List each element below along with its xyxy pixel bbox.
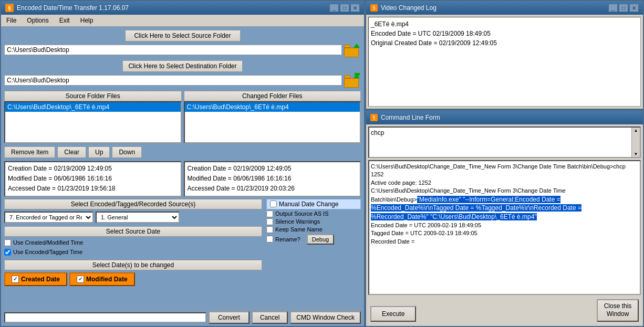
changed-file-list[interactable]: C:\Users\Bud\Desktop\_6ETé è.mp4 xyxy=(184,101,361,143)
select-source-date-label[interactable]: Select Source Date xyxy=(4,226,262,237)
silence-warnings-label: Silence Warnings xyxy=(275,218,320,225)
menu-options[interactable]: Options xyxy=(24,16,51,25)
bottom-bar: Convert Cancel CMD Window Check xyxy=(1,309,364,326)
minimize-button[interactable]: _ xyxy=(329,4,339,12)
source-file-item[interactable]: C:\Users\Bud\Desktop\_6ETé è.mp4 xyxy=(5,102,181,112)
maximize-button[interactable]: □ xyxy=(340,4,349,12)
select-source-folder-button[interactable]: Click Here to Select Source Folder xyxy=(125,30,241,41)
source-folder-row: C:\Users\Bud\Desktop xyxy=(4,43,361,57)
remove-item-button[interactable]: Remove Item xyxy=(4,146,55,158)
source-files-label[interactable]: Source Folder Files xyxy=(4,91,182,101)
select-encoded-source-button[interactable]: Select Encoded/Tagged/Recorded Source(s) xyxy=(4,199,262,209)
cmd-window: § Command Line Form chcp ▲ ▼ C:\Users\Bu… xyxy=(365,110,644,327)
select-dest-folder-button[interactable]: Click Here to Select Destination Folder xyxy=(122,60,242,72)
source-folder-icon[interactable] xyxy=(344,43,361,57)
manual-date-label: Manual Date Change xyxy=(279,201,338,208)
cmd-title-bar: § Command Line Form xyxy=(366,111,643,124)
modified-date-button[interactable]: Modified Date xyxy=(69,272,135,286)
changed-files-label[interactable]: Changed Folder Files xyxy=(184,91,361,101)
source-info-line2: Modified Date = 06/06/1986 16:16:16 xyxy=(8,174,178,184)
modified-date-label: Modified Date xyxy=(86,276,128,283)
right-side: § Video Changed Log _ □ ✕ _6ETé è.mp4 En… xyxy=(365,0,644,327)
source-info-line3: Accessed Date = 01/23/2019 19:56:18 xyxy=(8,184,178,194)
cmd-bottom-line1: C:\Users\Bud\Desktop\Change_Date_Time_Ne… xyxy=(371,163,638,179)
silence-warnings-row: Silence Warnings xyxy=(266,218,361,225)
keep-same-name-checkbox[interactable] xyxy=(266,226,273,233)
created-date-button[interactable]: Created Date xyxy=(4,272,67,286)
file-lists: Source Folder Files C:\Users\Bud\Desktop… xyxy=(4,91,361,143)
encoded-source-dropdown1[interactable]: 7. Encorded or Tagged or Recorded xyxy=(4,212,94,223)
cmd-highlight-text: "MediaInfo.exe" "--Inform=General;Encode… xyxy=(371,196,581,221)
video-log-content: _6ETé è.mp4 Encoded Date = UTC 02/19/200… xyxy=(368,17,641,107)
clear-button[interactable]: Clear xyxy=(57,146,86,158)
cmd-top-box: chcp ▲ ▼ xyxy=(368,126,641,158)
app-icon: § xyxy=(5,4,14,12)
main-window: § Encoded Date/Time Transfer 1.17.06.07 … xyxy=(0,0,365,327)
main-window-title: Encoded Date/Time Transfer 1.17.06.07 xyxy=(17,4,129,12)
use-created-label: Use Created/Modified Time xyxy=(13,239,83,246)
rename-label: Rename? xyxy=(275,236,300,242)
video-log-controls: _ □ ✕ xyxy=(608,4,639,12)
cmd-bottom-line3: C:\Users\Bud\Desktop\Change_Date_Time_Ne… xyxy=(371,187,638,221)
close-window-button[interactable]: Close this Window xyxy=(597,299,639,322)
title-bar-controls: _ □ ✕ xyxy=(329,4,360,12)
changed-file-item[interactable]: C:\Users\Bud\Desktop\_6ETé è.mp4 xyxy=(185,102,360,112)
cmd-icon: § xyxy=(370,114,378,121)
cmd-window-check-button[interactable]: CMD Window Check xyxy=(290,311,361,324)
down-button[interactable]: Down xyxy=(112,146,142,158)
manual-date-row: Manual Date Change xyxy=(266,199,361,209)
output-source-checkbox[interactable] xyxy=(266,210,273,217)
up-button[interactable]: Up xyxy=(88,146,110,158)
video-log-line2: Encoded Date = UTC 02/19/2009 18:49:05 xyxy=(371,29,638,38)
source-file-info: Creation Date = 02/19/2009 12:49:05 Modi… xyxy=(4,161,182,197)
cmd-content: chcp ▲ ▼ C:\Users\Bud\Desktop\Change_Dat… xyxy=(366,124,643,326)
use-encoded-checkbox[interactable] xyxy=(4,249,11,256)
menu-exit[interactable]: Exit xyxy=(56,16,73,25)
video-log-title-bar: § Video Changed Log _ □ ✕ xyxy=(366,1,643,15)
menu-file[interactable]: File xyxy=(3,16,19,25)
progress-bar xyxy=(4,312,206,323)
use-created-row: Use Created/Modified Time xyxy=(4,239,262,246)
cmd-top-scrollbar[interactable]: ▲ ▼ xyxy=(631,128,640,157)
options-panel: Manual Date Change Output Source AS IS S… xyxy=(266,199,361,245)
changed-info-line3: Accessed Date = 01/23/2019 20:03:26 xyxy=(188,184,358,194)
use-encoded-label: Use Encoded/Tagged Time xyxy=(13,249,82,255)
video-log-close[interactable]: ✕ xyxy=(629,4,639,12)
silence-warnings-checkbox[interactable] xyxy=(266,218,273,225)
changed-file-info: Creation Date = 02/19/2009 12:49:05 Modi… xyxy=(184,161,361,197)
cmd-bottom-line5: Tagged Date = UTC 2009-02-19 18:49:05 xyxy=(371,229,638,237)
output-source-label: Output Source AS IS xyxy=(275,210,329,217)
cmd-footer: Execute Close this Window xyxy=(368,297,641,324)
video-log-line3: Original Created Date = 02/19/2009 12:49… xyxy=(371,38,638,48)
encoded-source-dropdown2[interactable]: 1. General xyxy=(96,212,180,223)
source-options-section: Select Encoded/Tagged/Recorded Source(s)… xyxy=(4,199,361,286)
video-log-minimize[interactable]: _ xyxy=(608,4,618,12)
manual-date-checkbox[interactable] xyxy=(270,201,277,207)
cmd-bottom-box: C:\Users\Bud\Desktop\Change_Date_Time_Ne… xyxy=(368,160,641,295)
video-log-maximize[interactable]: □ xyxy=(619,4,628,12)
source-file-list[interactable]: C:\Users\Bud\Desktop\_6ETé è.mp4 xyxy=(4,101,182,143)
video-log-icon: § xyxy=(370,4,378,12)
cancel-button[interactable]: Cancel xyxy=(252,311,288,324)
use-created-checkbox[interactable] xyxy=(4,239,11,246)
rename-row: Rename? Debug xyxy=(266,234,361,245)
use-encoded-row: Use Encoded/Tagged Time xyxy=(4,249,262,256)
modified-date-checkbox xyxy=(77,276,84,283)
dest-path-input[interactable]: C:\Users\Bud\Desktop xyxy=(4,75,342,86)
keep-same-name-row: Keep Same Name xyxy=(266,226,361,233)
created-date-label: Created Date xyxy=(21,276,60,283)
execute-button[interactable]: Execute xyxy=(370,306,416,322)
info-sections: Creation Date = 02/19/2009 12:49:05 Modi… xyxy=(4,161,361,197)
cmd-top-text: chcp xyxy=(371,129,638,136)
dates-row: Created Date Modified Date xyxy=(4,272,262,286)
close-button[interactable]: ✕ xyxy=(350,4,360,12)
debug-button[interactable]: Debug xyxy=(307,234,334,245)
action-buttons: Remove Item Clear Up Down xyxy=(4,145,361,159)
select-dates-to-change-label[interactable]: Select Date(s) to be changed xyxy=(4,260,262,270)
cmd-bottom-line4: Encoded Date = UTC 2009-02-19 18:49:05 xyxy=(371,221,638,229)
convert-button[interactable]: Convert xyxy=(209,311,250,324)
dest-folder-icon[interactable] xyxy=(344,73,361,88)
rename-checkbox[interactable] xyxy=(266,236,273,242)
source-path-input[interactable]: C:\Users\Bud\Desktop xyxy=(4,45,342,55)
menu-help[interactable]: Help xyxy=(77,16,97,25)
